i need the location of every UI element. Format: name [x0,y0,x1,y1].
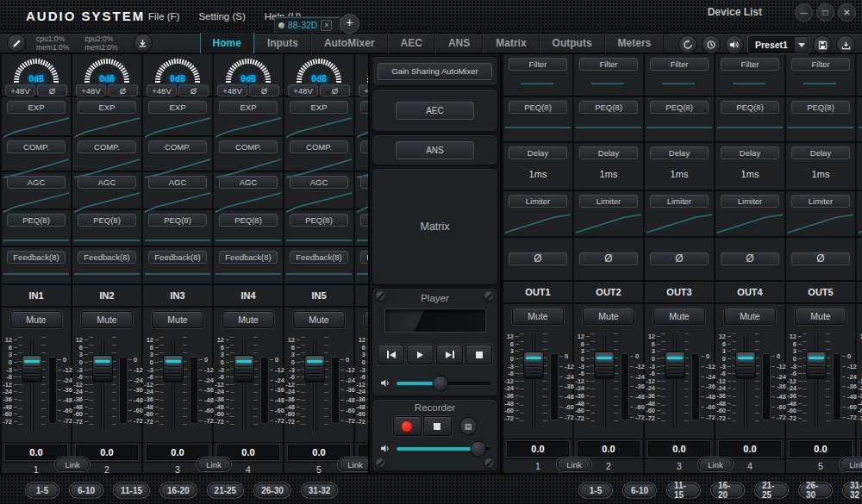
limiter-button[interactable]: Limiter [579,195,639,208]
menu-setting[interactable]: Setting (S) [198,11,245,22]
agc-button[interactable]: AGC [7,176,66,189]
fader-track[interactable] [306,337,323,435]
peq-button[interactable]: PEQ(8) [7,214,66,227]
mute-button[interactable]: Mute [152,311,203,328]
feedback-button[interactable]: Feedback(8) [148,251,208,264]
previous-track-button[interactable] [378,345,404,364]
history-restore-button[interactable] [702,35,721,54]
agc-button[interactable]: AGC [78,176,137,189]
preset-arrow-button[interactable] [795,37,808,53]
peq-button[interactable]: PEQ(8) [290,214,349,227]
output-page-button[interactable]: 31-32 [843,482,862,497]
peq-button[interactable]: PEQ(8) [219,214,278,227]
fader-track[interactable] [235,337,253,435]
fader-track[interactable] [165,337,182,435]
player-volume-knob[interactable] [432,375,448,391]
tab-ans[interactable]: ANS [435,33,483,53]
fader-track[interactable] [596,333,613,432]
phantom-power-button[interactable]: +48V [359,84,368,96]
expander-button[interactable]: EXP [148,101,208,114]
output-page-button[interactable]: 21-25 [755,482,788,497]
fader-track[interactable] [23,337,41,435]
mute-button[interactable]: Mute [795,308,846,325]
compressor-button[interactable]: COMP. [219,140,278,153]
fader-track[interactable] [525,333,542,432]
phantom-power-button[interactable]: +48V [76,84,106,96]
peq-button[interactable]: PEQ(8) [650,101,709,114]
filter-button[interactable]: Filter [721,58,780,71]
gain-value[interactable]: 0.0 [578,441,640,457]
phantom-power-button[interactable]: +48V [5,84,35,96]
fader-knob[interactable] [806,352,827,379]
output-page-button[interactable]: 6-10 [623,482,656,497]
phase-invert-button[interactable]: Ø [249,84,279,96]
device-list-label[interactable]: Device List [708,6,762,18]
output-page-button[interactable]: 11-15 [667,482,700,497]
gain-value[interactable]: 0.0 [648,441,710,457]
download-config-button[interactable] [134,34,153,53]
fader-track[interactable] [94,337,111,435]
link-button[interactable]: Link [840,457,862,471]
input-page-button[interactable]: 31-32 [302,482,338,497]
phantom-power-button[interactable]: +48V [288,84,318,96]
peq-button[interactable]: PEQ(8) [148,214,208,227]
output-page-button[interactable]: 26-30 [799,482,832,497]
recordings-list-button[interactable]: ▤ [459,417,478,435]
phase-invert-button[interactable]: Ø [37,84,67,96]
link-button[interactable]: Link [197,457,231,471]
agc-button[interactable]: AGC [360,176,368,189]
tab-home[interactable]: Home [200,33,254,53]
link-button[interactable]: Link [338,457,368,471]
automixer-button[interactable]: Gain Sharing AutoMixer [378,63,492,80]
compressor-button[interactable]: COMP. [360,140,368,153]
mute-button[interactable]: Mute [512,308,564,325]
compressor-button[interactable]: COMP. [7,140,66,153]
expander-button[interactable]: EXP [360,101,368,114]
agc-button[interactable]: AGC [290,176,349,189]
fader-knob[interactable] [523,352,544,379]
tab-outputs[interactable]: Outputs [540,33,605,53]
tab-inputs[interactable]: Inputs [254,33,311,53]
link-button[interactable]: Link [698,457,733,471]
mute-button[interactable]: Mute [724,308,776,325]
peq-button[interactable]: PEQ(8) [509,101,568,114]
recorder-stop-button[interactable] [423,416,452,436]
gain-value[interactable]: 0.0 [719,441,781,457]
master-audio-button[interactable] [725,35,744,54]
menu-file[interactable]: File (F) [148,11,179,22]
input-page-button[interactable]: 21-25 [208,482,244,497]
gain-value[interactable]: 0.0 [790,441,852,457]
maximize-button[interactable]: □ [816,3,834,22]
limiter-button[interactable]: Limiter [650,195,709,208]
mute-button[interactable]: Mute [10,311,62,328]
delay-button[interactable]: Delay [721,146,780,159]
expander-button[interactable]: EXP [78,101,137,114]
feedback-button[interactable]: Feedback(8) [360,251,368,264]
record-button[interactable] [393,416,422,436]
input-page-button[interactable]: 11-15 [114,482,149,497]
fader-track[interactable] [808,333,825,432]
compressor-button[interactable]: COMP. [78,140,137,153]
feedback-button[interactable]: Feedback(8) [290,251,349,264]
fader-knob[interactable] [92,355,113,383]
peq-button[interactable]: PEQ(8) [721,101,780,114]
ans-button[interactable]: ANS [396,141,475,159]
input-page-button[interactable]: 26-30 [254,482,290,497]
player-stop-button[interactable] [465,345,492,364]
feedback-button[interactable]: Feedback(8) [78,251,137,264]
tab-automixer[interactable]: AutoMixer [311,33,388,53]
compressor-button[interactable]: COMP. [290,140,349,153]
play-button[interactable] [407,345,434,364]
peq-button[interactable]: PEQ(8) [791,101,851,114]
phase-invert-button[interactable]: Ø [791,252,851,265]
phase-invert-button[interactable]: Ø [721,252,780,265]
fader-track[interactable] [666,333,684,432]
device-tab-close-icon[interactable]: x [321,20,332,31]
gain-value[interactable]: 0.0 [507,441,569,457]
output-page-button[interactable]: 16-20 [711,482,744,497]
peq-button[interactable]: PEQ(8) [579,101,639,114]
expander-button[interactable]: EXP [290,101,349,114]
phase-invert-button[interactable]: Ø [108,84,138,96]
minimize-button[interactable]: — [795,3,813,22]
recorder-volume-slider[interactable] [397,447,490,451]
